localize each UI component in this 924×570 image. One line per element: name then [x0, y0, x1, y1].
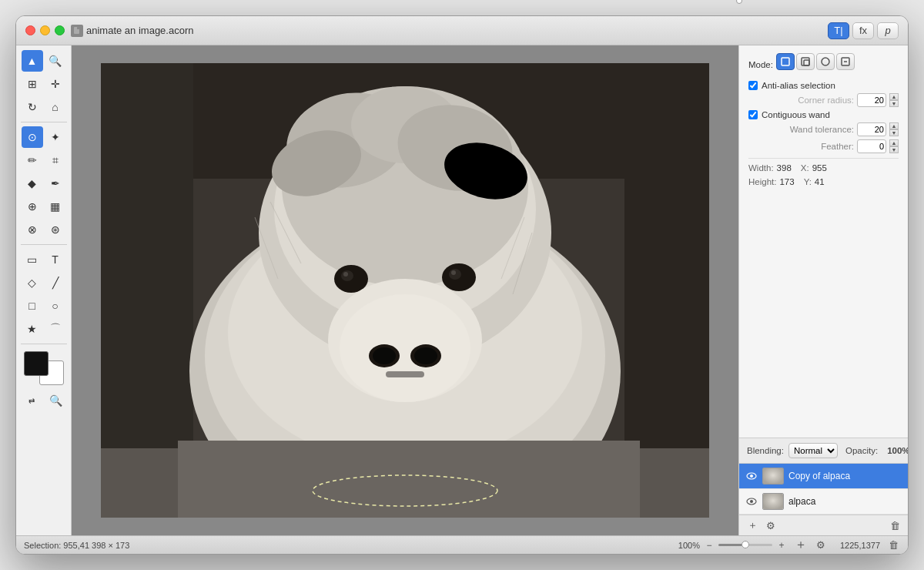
- left-toolbar: ▲ 🔍 ⊞ ✛ ↻ ⌂ ⊙ ✦ ✏ ⌗ ◆ ✒: [16, 45, 72, 535]
- svg-rect-1: [77, 27, 79, 29]
- line-tool[interactable]: ╱: [45, 272, 66, 293]
- corner-radius-down[interactable]: ▼: [889, 100, 899, 107]
- corner-radius-up[interactable]: ▲: [889, 93, 899, 100]
- eye-icon-1[interactable]: [745, 495, 758, 508]
- anti-alias-checkbox[interactable]: [748, 81, 758, 90]
- feather-down[interactable]: ▼: [889, 146, 899, 153]
- title-bar-actions: T| fx p: [828, 22, 899, 39]
- traffic-lights: [25, 25, 65, 35]
- selection-status: Selection: 955,41 398 × 173: [24, 541, 129, 550]
- zoom-slider[interactable]: [718, 544, 772, 546]
- smudge-tool[interactable]: ⊛: [45, 219, 66, 240]
- mode-buttons: [776, 53, 855, 70]
- crop-tool[interactable]: ⊞: [22, 73, 43, 95]
- close-button[interactable]: [25, 25, 35, 35]
- svg-rect-38: [802, 58, 809, 65]
- add-btn[interactable]: ＋: [794, 538, 808, 552]
- eyedropper-tool[interactable]: ⊕: [22, 196, 43, 217]
- eye-icon-0[interactable]: [745, 470, 758, 482]
- swap-colors[interactable]: ⇄: [21, 390, 42, 411]
- feather-up[interactable]: ▲: [889, 139, 899, 146]
- ellipse-select-tool[interactable]: ○: [45, 295, 66, 317]
- star-tool[interactable]: ★: [22, 318, 43, 340]
- maximize-button[interactable]: [55, 25, 65, 35]
- tool-row-8: ⊗ ⊛: [22, 219, 66, 240]
- contiguous-wand-checkbox[interactable]: [748, 110, 758, 119]
- arc-tool[interactable]: ⌒: [45, 318, 66, 340]
- divider-1: [748, 158, 899, 159]
- height-y-row: Height: 173 Y: 41: [748, 177, 899, 186]
- feather-label: Feather:: [761, 142, 854, 151]
- mode-btn-4[interactable]: [836, 53, 855, 70]
- zoom-in[interactable]: 🔍: [45, 390, 67, 411]
- mode-row: Mode:: [748, 53, 899, 76]
- layers-bottom: ＋ ⚙ 🗑: [739, 515, 908, 535]
- width-label: Width:: [748, 163, 774, 173]
- canvas-image: [101, 63, 709, 518]
- coord-display: 1225,1377: [840, 541, 880, 550]
- width-value: 398: [777, 163, 792, 173]
- wand-tolerance-down[interactable]: ▼: [889, 129, 899, 136]
- mode-btn-1[interactable]: [776, 53, 795, 70]
- zoom-out-btn[interactable]: −: [703, 539, 715, 552]
- layer-item-1[interactable]: alpaca: [739, 489, 908, 515]
- fx-button[interactable]: fx: [852, 22, 874, 39]
- trash-btn[interactable]: 🗑: [886, 538, 900, 552]
- width-item: Width: 398: [748, 163, 792, 173]
- svg-point-22: [451, 270, 456, 275]
- height-item: Height: 173: [748, 177, 795, 186]
- heal-tool[interactable]: ⌗: [45, 149, 66, 171]
- foreground-color[interactable]: [24, 351, 49, 376]
- tool-row-5: ✏ ⌗: [22, 149, 66, 171]
- tool-row-10: ◇ ╱: [22, 272, 66, 293]
- lasso-tool[interactable]: ⊙: [22, 126, 43, 148]
- text-tool[interactable]: T: [45, 249, 66, 270]
- tool-row-1: ▲ 🔍: [22, 50, 66, 72]
- brush-tool[interactable]: ✏: [22, 149, 43, 171]
- layer-item-0[interactable]: Copy of alpaca: [739, 464, 908, 489]
- blending-label: Blending:: [747, 446, 784, 455]
- script-button[interactable]: p: [877, 22, 899, 39]
- wand-tolerance-input[interactable]: [857, 122, 886, 136]
- wand-tolerance-up[interactable]: ▲: [889, 122, 899, 129]
- layer-name-0: Copy of alpaca: [788, 471, 850, 481]
- svg-point-44: [750, 474, 753, 478]
- shape-tool[interactable]: ▭: [22, 249, 43, 270]
- zoom-in-btn[interactable]: +: [775, 539, 788, 552]
- deform-tool[interactable]: ⌂: [45, 96, 66, 118]
- tool-row-9: ▭ T: [22, 249, 66, 270]
- minimize-button[interactable]: [40, 25, 50, 35]
- tool-row-3: ↻ ⌂: [22, 96, 66, 118]
- fill-tool[interactable]: ◆: [22, 173, 43, 194]
- mode-btn-3[interactable]: [816, 53, 835, 70]
- arrow-tool[interactable]: ▲: [22, 50, 43, 72]
- settings-btn[interactable]: ⚙: [814, 538, 828, 552]
- corner-radius-input[interactable]: [857, 93, 886, 107]
- tool-row-4: ⊙ ✦: [22, 126, 66, 148]
- gradient-tool[interactable]: ▦: [45, 196, 66, 217]
- pen-tool[interactable]: ✒: [45, 173, 66, 194]
- corner-radius-label: Corner radius:: [761, 96, 854, 105]
- blending-select[interactable]: Normal: [788, 443, 838, 458]
- zoom-tool[interactable]: 🔍: [45, 50, 66, 72]
- delete-layer-btn[interactable]: 🗑: [888, 518, 902, 532]
- alpaca-image: [101, 63, 709, 518]
- zoom-controls: 100% − +: [678, 539, 788, 552]
- add-layer-btn[interactable]: ＋: [745, 518, 759, 532]
- canvas-area[interactable]: [72, 45, 738, 535]
- contiguous-wand-label: Contiguous wand: [762, 110, 830, 119]
- bezier-tool[interactable]: ◇: [22, 272, 43, 293]
- clone-tool[interactable]: ⊗: [22, 219, 43, 240]
- rotate-tool[interactable]: ↻: [22, 96, 43, 118]
- x-label: X:: [801, 163, 809, 173]
- height-label: Height:: [748, 177, 776, 186]
- rect-select-tool[interactable]: □: [22, 295, 43, 317]
- text-tool-button[interactable]: T|: [828, 22, 849, 39]
- svg-point-24: [340, 294, 470, 402]
- magic-wand[interactable]: ✦: [45, 126, 66, 148]
- mode-btn-2[interactable]: [796, 53, 815, 70]
- transform-tool[interactable]: ✛: [45, 73, 66, 95]
- y-label: Y:: [804, 177, 812, 186]
- layer-settings-btn[interactable]: ⚙: [764, 518, 778, 532]
- feather-input[interactable]: [857, 139, 886, 153]
